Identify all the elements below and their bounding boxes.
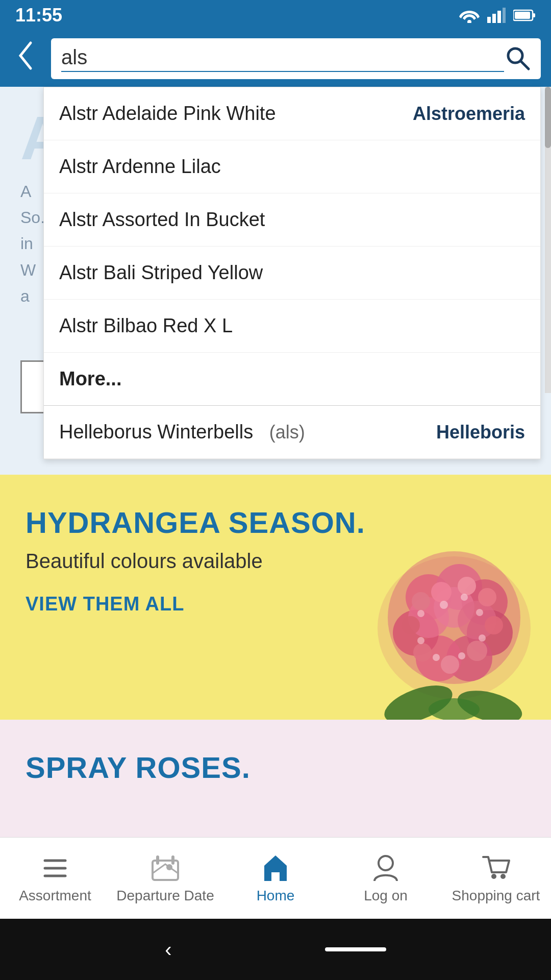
home-label: Home	[257, 888, 295, 904]
svg-point-25	[485, 616, 503, 634]
dropdown-item-5[interactable]: Alstr Bilbao Red X L	[44, 300, 540, 353]
svg-point-41	[417, 610, 424, 617]
svg-point-34	[440, 601, 448, 609]
departure-date-icon	[150, 853, 181, 884]
home-icon	[260, 853, 291, 884]
svg-point-49	[379, 856, 393, 870]
search-dropdown: Alstr Adelaide Pink White Alstroemeria A…	[43, 87, 541, 459]
svg-point-51	[500, 874, 506, 879]
svg-rect-7	[515, 12, 530, 19]
dropdown-item-2[interactable]: Alstr Ardenne Lilac	[44, 140, 540, 193]
logon-icon	[370, 853, 401, 884]
signal-icon	[487, 8, 506, 23]
search-input[interactable]	[61, 46, 504, 72]
departure-date-label: Departure Date	[116, 888, 214, 904]
android-nav-bar: ‹	[0, 919, 551, 980]
back-button[interactable]	[10, 35, 41, 82]
dropdown-item-1[interactable]: Alstr Adelaide Pink White Alstroemeria	[44, 87, 540, 140]
svg-rect-47	[156, 855, 159, 865]
dropdown-more[interactable]: More...	[44, 353, 540, 405]
svg-point-27	[441, 655, 459, 674]
svg-point-50	[491, 874, 496, 879]
svg-point-40	[417, 637, 424, 644]
dropdown-category-1: Alstroemeria	[413, 103, 525, 125]
svg-point-24	[478, 588, 496, 606]
svg-point-0	[467, 20, 471, 23]
search-container	[51, 38, 541, 79]
shopping-cart-icon	[481, 853, 511, 884]
svg-point-23	[458, 577, 476, 595]
svg-rect-4	[503, 8, 506, 23]
svg-point-35	[461, 594, 468, 601]
dropdown-item-3[interactable]: Alstr Assorted In Bucket	[44, 193, 540, 247]
header-bar	[0, 31, 551, 87]
hydrangea-flower	[367, 526, 541, 720]
svg-point-38	[458, 652, 465, 659]
svg-point-37	[479, 634, 486, 642]
svg-rect-1	[487, 17, 491, 23]
svg-point-46	[166, 864, 172, 870]
assortment-icon	[40, 853, 70, 884]
spray-roses-section: SPRAY ROSES.	[0, 720, 551, 837]
svg-point-33	[429, 698, 480, 720]
svg-rect-48	[171, 855, 174, 865]
android-home-indicator[interactable]	[325, 947, 386, 951]
wifi-icon	[459, 8, 480, 23]
status-icons	[459, 8, 536, 23]
logon-label: Log on	[364, 888, 408, 904]
svg-point-30	[412, 592, 430, 610]
nav-item-assortment[interactable]: Assortment	[0, 853, 110, 904]
dropdown-item-4[interactable]: Alstr Bali Striped Yellow	[44, 247, 540, 300]
svg-rect-3	[497, 11, 501, 23]
dropdown-item-1-text: Alstr Adelaide Pink White	[59, 103, 276, 125]
svg-point-36	[476, 609, 483, 616]
nav-item-logon[interactable]: Log on	[331, 853, 441, 904]
svg-line-9	[520, 61, 529, 69]
svg-point-29	[402, 616, 420, 634]
svg-point-26	[467, 641, 487, 661]
search-button[interactable]	[504, 44, 531, 73]
dropdown-item-5-text: Alstr Bilbao Red X L	[59, 315, 233, 337]
dropdown-item-helleborus[interactable]: Helleborus Winterbells (als) Helleboris	[44, 406, 540, 459]
nav-item-departure-date[interactable]: Departure Date	[110, 853, 220, 904]
assortment-label: Assortment	[19, 888, 91, 904]
spray-roses-title: SPRAY ROSES.	[26, 750, 525, 785]
status-time: 11:55	[15, 5, 62, 26]
shopping-cart-label: Shopping cart	[452, 888, 540, 904]
svg-point-39	[433, 654, 440, 661]
nav-item-home[interactable]: Home	[220, 853, 331, 904]
battery-icon	[513, 9, 536, 21]
nav-item-shopping-cart[interactable]: Shopping cart	[441, 853, 551, 904]
dropdown-item-2-text: Alstr Ardenne Lilac	[59, 156, 221, 178]
dropdown-item-4-text: Alstr Bali Striped Yellow	[59, 262, 263, 284]
hydrangea-section: HYDRANGEA SEASON. Beautiful colours avai…	[0, 475, 551, 720]
svg-rect-6	[533, 13, 535, 17]
svg-point-28	[413, 643, 432, 662]
scroll-thumb[interactable]	[545, 87, 551, 148]
dropdown-item-3-text: Alstr Assorted In Bucket	[59, 209, 265, 231]
android-back-button[interactable]: ‹	[165, 938, 171, 961]
status-bar: 11:55	[0, 0, 551, 31]
scroll-indicator	[545, 87, 551, 393]
svg-point-22	[431, 582, 452, 602]
svg-rect-2	[492, 14, 496, 23]
dropdown-helleborus-text: Helleborus Winterbells (als)	[59, 421, 305, 443]
dropdown-category-helleborus: Helleboris	[436, 422, 525, 443]
bottom-nav: Assortment Departure Date Home Log on	[0, 837, 551, 919]
